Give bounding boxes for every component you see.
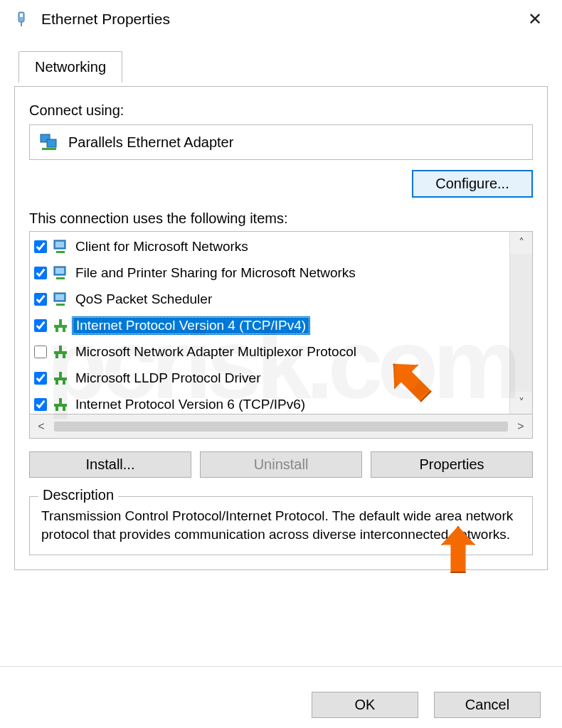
adapter-name: Parallels Ethernet Adapter <box>68 134 233 151</box>
list-item[interactable]: Microsoft Network Adapter Multiplexor Pr… <box>30 338 509 365</box>
item-label: QoS Packet Scheduler <box>73 291 215 307</box>
scroll-left-icon[interactable]: < <box>30 420 53 433</box>
protocol-icon <box>53 370 68 386</box>
scroll-right-icon[interactable]: > <box>509 420 532 433</box>
svg-rect-4 <box>47 139 56 147</box>
service-icon <box>53 291 68 307</box>
item-label: File and Printer Sharing for Microsoft N… <box>73 265 359 281</box>
cancel-button[interactable]: Cancel <box>434 692 541 718</box>
svg-rect-14 <box>56 304 65 306</box>
item-label: Microsoft Network Adapter Multiplexor Pr… <box>73 344 359 360</box>
item-label: Internet Protocol Version 6 (TCP/IPv6) <box>73 397 308 412</box>
adapter-box[interactable]: Parallels Ethernet Adapter <box>29 124 533 160</box>
configure-button[interactable]: Configure... <box>412 170 533 198</box>
dialog-buttons: OK Cancel <box>312 692 541 718</box>
horizontal-scrollbar[interactable]: < > <box>29 414 533 439</box>
svg-rect-19 <box>59 346 62 351</box>
service-icon <box>53 265 68 281</box>
list-item[interactable]: Internet Protocol Version 4 (TCP/IPv4) <box>30 312 509 338</box>
description-text: Transmission Control Protocol/Internet P… <box>41 507 521 543</box>
hscroll-track[interactable] <box>54 422 508 432</box>
svg-rect-8 <box>56 251 65 253</box>
title-bar: Ethernet Properties ✕ <box>0 0 562 38</box>
item-label: Client for Microsoft Networks <box>73 239 251 255</box>
item-checkbox[interactable] <box>34 240 47 253</box>
svg-rect-29 <box>55 407 58 411</box>
separator <box>0 666 562 667</box>
scroll-up-icon[interactable]: ˄ <box>519 232 524 254</box>
svg-rect-16 <box>54 325 67 328</box>
list-item[interactable]: Client for Microsoft Networks <box>30 233 509 259</box>
close-icon[interactable]: ✕ <box>522 9 548 29</box>
list-item[interactable]: Microsoft LLDP Protocol Driver <box>30 365 509 391</box>
description-legend: Description <box>38 487 118 503</box>
svg-rect-1 <box>20 14 23 17</box>
item-checkbox[interactable] <box>34 372 47 385</box>
tab-panel: Connect using: Parallels Ethernet Adapte… <box>14 87 548 570</box>
description-group: Description Transmission Control Protoco… <box>29 496 533 555</box>
svg-rect-30 <box>63 407 65 411</box>
protocol-icon <box>53 318 68 333</box>
svg-rect-24 <box>54 378 67 380</box>
connect-using-label: Connect using: <box>29 102 533 119</box>
action-row: Install... Uninstall Properties <box>29 451 533 478</box>
item-label: Internet Protocol Version 4 (TCP/IPv4) <box>73 317 309 334</box>
vertical-scrollbar[interactable]: ˄ ˅ <box>509 232 532 414</box>
app-icon <box>14 11 28 28</box>
list-item[interactable]: QoS Packet Scheduler <box>30 286 509 312</box>
service-icon <box>53 239 68 255</box>
scroll-track[interactable] <box>510 254 532 392</box>
svg-rect-10 <box>55 268 64 274</box>
list-item[interactable]: Internet Protocol Version 6 (TCP/IPv6) <box>30 391 509 414</box>
svg-rect-22 <box>63 354 65 358</box>
list-item[interactable]: File and Printer Sharing for Microsoft N… <box>30 259 509 286</box>
svg-rect-28 <box>54 404 67 407</box>
svg-rect-13 <box>55 294 64 300</box>
svg-rect-15 <box>59 319 62 325</box>
item-checkbox[interactable] <box>34 293 47 306</box>
item-checkbox[interactable] <box>34 267 47 279</box>
network-adapter-icon <box>40 134 58 151</box>
item-label: Microsoft LLDP Protocol Driver <box>73 370 263 386</box>
install-button[interactable]: Install... <box>29 451 191 478</box>
items-label: This connection uses the following items… <box>29 210 533 227</box>
svg-rect-7 <box>55 242 64 247</box>
svg-rect-27 <box>59 398 62 404</box>
tab-networking[interactable]: Networking <box>18 51 122 82</box>
window-title: Ethernet Properties <box>41 11 522 28</box>
item-checkbox[interactable] <box>34 319 47 332</box>
properties-button[interactable]: Properties <box>371 451 533 478</box>
ok-button[interactable]: OK <box>312 692 418 718</box>
items-listbox[interactable]: Client for Microsoft NetworksFile and Pr… <box>29 231 533 414</box>
item-checkbox[interactable] <box>34 398 47 411</box>
protocol-icon <box>53 344 68 360</box>
svg-rect-21 <box>55 354 58 358</box>
scroll-down-icon[interactable]: ˅ <box>519 392 524 414</box>
svg-rect-18 <box>63 328 65 332</box>
tab-strip: Networking <box>14 51 548 87</box>
protocol-icon <box>53 397 68 412</box>
svg-rect-11 <box>56 277 65 279</box>
svg-rect-23 <box>59 372 62 378</box>
uninstall-button: Uninstall <box>200 451 362 478</box>
svg-rect-5 <box>42 148 56 150</box>
item-checkbox[interactable] <box>34 346 47 358</box>
svg-rect-20 <box>54 351 67 354</box>
svg-rect-17 <box>55 328 58 332</box>
svg-rect-26 <box>63 380 65 385</box>
tab-underline <box>14 86 548 87</box>
svg-rect-25 <box>55 380 58 385</box>
